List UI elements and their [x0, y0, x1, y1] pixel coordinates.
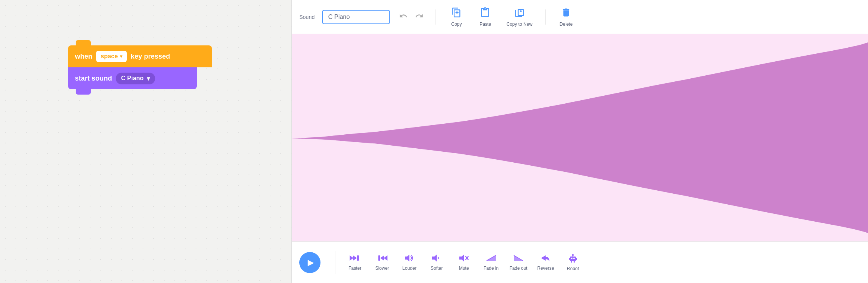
louder-label: Louder [402, 266, 416, 271]
waveform-area[interactable] [292, 34, 868, 241]
robot-label: Robot [567, 266, 579, 271]
mute-button[interactable]: Mute [451, 251, 477, 274]
mute-icon [459, 254, 469, 264]
sound-dropdown[interactable]: C Piano ▾ [116, 73, 155, 84]
sound-dropdown-value: C Piano [121, 75, 144, 82]
softer-icon [431, 254, 442, 264]
slower-button[interactable]: Slower [369, 251, 395, 274]
delete-svg [561, 7, 571, 18]
slower-label: Slower [375, 266, 389, 271]
reverse-button[interactable]: Reverse [533, 251, 558, 274]
play-button[interactable]: ▶ [299, 252, 320, 273]
svg-rect-23 [576, 258, 577, 260]
svg-rect-6 [357, 255, 359, 261]
undo-redo-group [396, 9, 426, 25]
fade-out-icon [513, 254, 524, 264]
svg-marker-8 [384, 255, 387, 261]
robot-icon [568, 253, 578, 264]
mute-svg [459, 254, 469, 262]
key-dropdown[interactable]: space ▾ [96, 51, 127, 62]
svg-marker-9 [380, 255, 384, 261]
copy-icon [451, 7, 462, 20]
delete-icon [561, 7, 571, 20]
sound-dropdown-arrow: ▾ [147, 75, 150, 82]
fade-out-button[interactable]: Fade out [506, 251, 531, 274]
controls-divider [336, 251, 336, 274]
effects-container: Faster Slower [342, 250, 860, 274]
paste-label: Paste [479, 22, 491, 27]
svg-rect-7 [378, 255, 380, 261]
louder-svg [404, 254, 415, 262]
reverse-svg [540, 254, 551, 262]
delete-label: Delete [560, 22, 573, 27]
louder-button[interactable]: Louder [397, 251, 422, 274]
copy-label: Copy [451, 22, 462, 27]
mute-label: Mute [459, 266, 469, 271]
slower-svg [377, 254, 387, 262]
key-dropdown-arrow: ▾ [120, 54, 122, 59]
sound-label: Sound [299, 14, 314, 20]
delete-button[interactable]: Delete [555, 5, 577, 29]
svg-rect-18 [571, 258, 572, 259]
paste-button[interactable]: Paste [474, 5, 496, 29]
svg-marker-12 [459, 255, 464, 261]
faster-button[interactable]: Faster [342, 251, 368, 274]
undo-button[interactable] [396, 9, 411, 25]
copy-to-new-button[interactable]: Copy to New [502, 5, 536, 29]
when-text: when [75, 53, 92, 61]
fade-in-icon [486, 254, 496, 264]
fade-in-svg [486, 254, 496, 262]
svg-marker-5 [353, 255, 357, 261]
play-icon: ▶ [308, 258, 314, 267]
svg-marker-4 [350, 255, 353, 261]
svg-rect-22 [569, 258, 570, 260]
when-key-block: when space ▾ key pressed [68, 45, 212, 67]
svg-rect-24 [571, 261, 572, 263]
fade-out-label: Fade out [509, 266, 527, 271]
copy-svg [451, 7, 462, 18]
redo-icon [415, 12, 423, 20]
copy-to-new-svg [514, 7, 525, 18]
blocks-panel: when space ▾ key pressed start sound C P… [0, 0, 291, 283]
sound-name-input[interactable] [322, 10, 390, 24]
controls-bar: ▶ Faster [292, 241, 868, 283]
key-dropdown-value: space [101, 53, 118, 60]
faster-svg [350, 254, 360, 262]
sound-panel: Sound Copy [291, 0, 868, 283]
toolbar-divider-1 [436, 9, 436, 25]
svg-marker-11 [432, 255, 437, 261]
svg-rect-19 [573, 258, 575, 259]
svg-rect-17 [570, 257, 576, 261]
start-sound-block: start sound C Piano ▾ [68, 67, 197, 89]
pressed-text: key pressed [131, 53, 170, 61]
faster-label: Faster [348, 266, 361, 271]
svg-rect-25 [574, 261, 575, 263]
paste-svg [480, 7, 490, 18]
copy-button[interactable]: Copy [445, 5, 468, 29]
svg-marker-10 [405, 255, 409, 261]
robot-svg [568, 253, 578, 263]
reverse-icon [540, 254, 551, 264]
slower-icon [377, 254, 387, 264]
copy-to-new-icon [514, 7, 525, 20]
svg-rect-20 [572, 254, 574, 256]
waveform-svg [292, 34, 868, 241]
blocks-container: when space ▾ key pressed start sound C P… [68, 45, 212, 89]
fade-out-svg [513, 254, 524, 262]
softer-button[interactable]: Softer [424, 251, 450, 274]
paste-icon [480, 7, 490, 20]
louder-icon [404, 254, 415, 264]
softer-label: Softer [431, 266, 443, 271]
redo-button[interactable] [412, 9, 426, 25]
toolbar-divider-2 [545, 9, 546, 25]
fade-in-label: Fade in [484, 266, 499, 271]
sound-toolbar: Sound Copy [292, 0, 868, 34]
undo-icon [399, 12, 408, 20]
faster-icon [350, 254, 360, 264]
robot-button[interactable]: Robot [560, 250, 586, 274]
reverse-label: Reverse [537, 266, 554, 271]
copy-to-new-label: Copy to New [506, 22, 532, 27]
start-sound-label: start sound [75, 75, 112, 82]
softer-svg [431, 254, 442, 262]
fade-in-button[interactable]: Fade in [478, 251, 504, 274]
